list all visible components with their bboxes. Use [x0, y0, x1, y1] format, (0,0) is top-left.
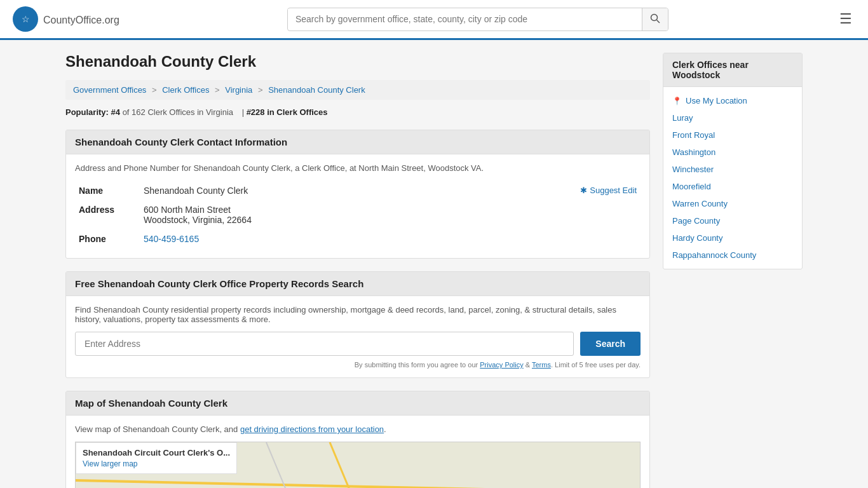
terms-link[interactable]: Terms: [532, 361, 551, 369]
svg-point-2: [651, 14, 657, 20]
phone-label: Phone: [76, 230, 140, 248]
map-container[interactable]: Shenandoah Circuit Court Clerk's O... Vi…: [75, 442, 641, 488]
svg-line-3: [656, 20, 660, 23]
popularity-badge: | #228 in Clerk Offices: [242, 107, 328, 117]
property-section-body: Find Shenandoah County residential prope…: [66, 296, 649, 377]
sidebar-item-winchester[interactable]: Winchester: [663, 161, 802, 178]
breadcrumb-item-gov[interactable]: Government Offices: [73, 85, 146, 95]
header-search-input[interactable]: [288, 9, 642, 29]
address-label: Address: [76, 201, 140, 229]
property-description: Find Shenandoah County residential prope…: [75, 305, 641, 324]
form-disclaimer: By submitting this form you agree to our…: [75, 361, 641, 369]
contact-name-row: Name Shenandoah County Clerk ✱ Suggest E…: [76, 182, 639, 200]
content-area: Shenandoah County Clerk Government Offic…: [65, 53, 650, 488]
search-button[interactable]: Search: [580, 332, 641, 356]
popularity-label: Popularity:: [65, 107, 109, 117]
rappahannock-county-link[interactable]: Rappahannock County: [663, 247, 802, 264]
sidebar-item-hardy-county[interactable]: Hardy County: [663, 229, 802, 247]
map-section-body: View map of Shenandoah County Clerk, and…: [66, 416, 649, 488]
suggest-edit-icon: ✱: [580, 186, 587, 195]
breadcrumb-item-clerk[interactable]: Clerk Offices: [162, 85, 209, 95]
contact-description: Address and Phone Number for Shenandoah …: [75, 163, 641, 173]
logo[interactable]: ☆ CountyOffice.org: [13, 6, 119, 32]
header-search[interactable]: [287, 8, 668, 31]
sidebar-item-page-county[interactable]: Page County: [663, 212, 802, 229]
logo-text: CountyOffice.org: [43, 12, 119, 27]
suggest-edit-link[interactable]: ✱ Suggest Edit: [580, 186, 637, 195]
phone-link[interactable]: 540-459-6165: [144, 234, 199, 244]
popularity-bar: Popularity: #4 of 162 Clerk Offices in V…: [65, 107, 650, 117]
map-section-header: Map of Shenandoah County Clerk: [66, 391, 649, 416]
hamburger-menu[interactable]: ☰: [836, 8, 855, 30]
popularity-rank: #4: [111, 107, 120, 117]
svg-text:☆: ☆: [22, 14, 30, 24]
contact-section-body: Address and Phone Number for Shenandoah …: [66, 154, 649, 258]
popularity-detail: of 162 Clerk Offices in Virginia: [123, 107, 233, 117]
main-container: Shenandoah County Clerk Government Offic…: [53, 40, 815, 488]
property-section: Free Shenandoah County Clerk Office Prop…: [65, 271, 650, 378]
front-royal-link[interactable]: Front Royal: [663, 126, 802, 144]
directions-link[interactable]: get driving directions from your locatio…: [240, 424, 384, 434]
sidebar-item-moorefield[interactable]: Moorefield: [663, 178, 802, 195]
map-description: View map of Shenandoah County Clerk, and…: [75, 424, 641, 434]
warren-county-link[interactable]: Warren County: [663, 195, 802, 212]
sidebar-item-rappahannock-county[interactable]: Rappahannock County: [663, 247, 802, 264]
name-label: Name: [76, 182, 140, 200]
contact-phone-row: Phone 540-459-6165: [76, 230, 639, 248]
contact-section-header: Shenandoah County Clerk Contact Informat…: [66, 130, 649, 154]
sidebar-header: Clerk Offices near Woodstock: [663, 53, 802, 87]
sidebar-item-front-royal[interactable]: Front Royal: [663, 126, 802, 144]
property-section-header: Free Shenandoah County Clerk Office Prop…: [66, 272, 649, 296]
breadcrumb-item-current[interactable]: Shenandoah County Clerk: [268, 85, 365, 95]
map-overlay-title: Shenandoah Circuit Court Clerk's O...: [83, 448, 230, 458]
header-search-button[interactable]: [642, 8, 668, 30]
washington-link[interactable]: Washington: [663, 144, 802, 161]
address-value: 600 North Main Street Woodstock, Virgini…: [141, 201, 639, 229]
sidebar-item-washington[interactable]: Washington: [663, 144, 802, 161]
use-location-link[interactable]: 📍 Use My Location: [663, 92, 802, 109]
pin-icon: 📍: [672, 97, 682, 105]
address-search-row: Search: [75, 332, 641, 356]
breadcrumb: Government Offices > Clerk Offices > Vir…: [65, 80, 650, 100]
page-county-link[interactable]: Page County: [663, 212, 802, 229]
hardy-county-link[interactable]: Hardy County: [663, 229, 802, 247]
sidebar-box: Clerk Offices near Woodstock 📍 Use My Lo…: [663, 53, 803, 269]
sidebar-item-warren-county[interactable]: Warren County: [663, 195, 802, 212]
contact-section: Shenandoah County Clerk Contact Informat…: [65, 130, 650, 259]
phone-value: 540-459-6165: [141, 230, 639, 248]
sidebar: Clerk Offices near Woodstock 📍 Use My Lo…: [663, 53, 803, 488]
map-section: Map of Shenandoah County Clerk View map …: [65, 391, 650, 488]
contact-address-row: Address 600 North Main Street Woodstock,…: [76, 201, 639, 229]
page-title: Shenandoah County Clerk: [65, 53, 650, 71]
map-overlay-info: Shenandoah Circuit Court Clerk's O... Vi…: [76, 442, 237, 474]
luray-link[interactable]: Luray: [663, 109, 802, 126]
site-header: ☆ CountyOffice.org ☰: [0, 0, 868, 40]
sidebar-item-use-location[interactable]: 📍 Use My Location: [663, 92, 802, 109]
winchester-link[interactable]: Winchester: [663, 161, 802, 178]
sidebar-list: 📍 Use My Location Luray Front Royal Wash…: [663, 87, 802, 269]
address-input[interactable]: [75, 332, 574, 356]
contact-table: Name Shenandoah County Clerk ✱ Suggest E…: [75, 180, 641, 249]
name-value: Shenandoah County Clerk ✱ Suggest Edit: [141, 182, 639, 200]
view-larger-map-link[interactable]: View larger map: [83, 459, 137, 468]
sidebar-item-luray[interactable]: Luray: [663, 109, 802, 126]
moorefield-link[interactable]: Moorefield: [663, 178, 802, 195]
breadcrumb-item-virginia[interactable]: Virginia: [225, 85, 252, 95]
privacy-policy-link[interactable]: Privacy Policy: [480, 361, 523, 369]
logo-icon: ☆: [13, 6, 38, 32]
